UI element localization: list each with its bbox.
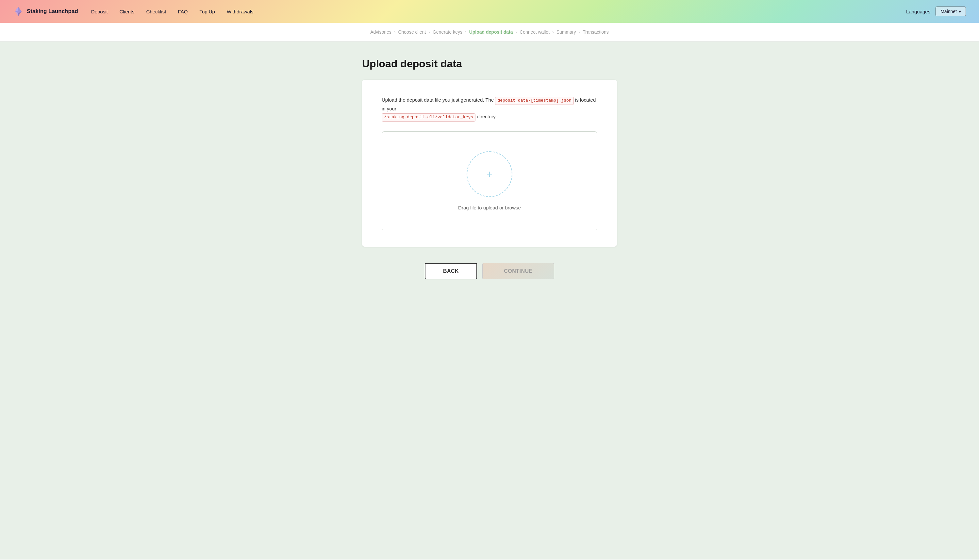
breadcrumb-sep-6: › [579, 29, 580, 35]
breadcrumb-sep-3: › [465, 29, 467, 35]
continue-button[interactable]: CONTINUE [482, 263, 554, 279]
button-row: BACK CONTINUE [425, 263, 554, 279]
breadcrumb-choose-client[interactable]: Choose client [398, 29, 426, 35]
main-content: Upload deposit data Upload the deposit d… [0, 42, 979, 559]
breadcrumb-transactions[interactable]: Transactions [583, 29, 609, 35]
back-button[interactable]: BACK [425, 263, 477, 279]
eth-logo-icon [13, 6, 23, 17]
upload-description: Upload the deposit data file you just ge… [382, 96, 597, 122]
dropzone-label: Drag file to upload or browse [458, 205, 521, 210]
header-right: Languages Mainnet ▾ [906, 7, 966, 16]
file-dropzone[interactable]: + Drag file to upload or browse [382, 131, 597, 230]
directory-badge: /staking-deposit-cli/validator_keys [382, 113, 475, 122]
breadcrumb-generate-keys[interactable]: Generate keys [433, 29, 462, 35]
plus-icon: + [487, 169, 493, 179]
breadcrumb: Advisories › Choose client › Generate ke… [0, 23, 979, 42]
breadcrumb-connect-wallet[interactable]: Connect wallet [520, 29, 550, 35]
upload-card: Upload the deposit data file you just ge… [362, 80, 617, 247]
breadcrumb-sep-2: › [429, 29, 430, 35]
nav-clients[interactable]: Clients [120, 9, 135, 14]
filename-badge: deposit_data-[timestamp].json [495, 97, 574, 105]
page-title: Upload deposit data [362, 58, 617, 70]
languages-button[interactable]: Languages [906, 9, 930, 14]
header: Staking Launchpad Deposit Clients Checkl… [0, 0, 979, 23]
logo-text: Staking Launchpad [27, 8, 78, 15]
main-nav: Deposit Clients Checklist FAQ Top Up Wit… [91, 9, 893, 14]
nav-withdrawals[interactable]: Withdrawals [227, 9, 254, 14]
nav-deposit[interactable]: Deposit [91, 9, 108, 14]
breadcrumb-sep-4: › [515, 29, 517, 35]
nav-faq[interactable]: FAQ [178, 9, 188, 14]
nav-topup[interactable]: Top Up [199, 9, 215, 14]
logo-area[interactable]: Staking Launchpad [13, 6, 78, 17]
breadcrumb-sep-1: › [394, 29, 396, 35]
dropzone-circle: + [467, 151, 512, 197]
nav-checklist[interactable]: Checklist [147, 9, 166, 14]
breadcrumb-advisories[interactable]: Advisories [370, 29, 392, 35]
description-before: Upload the deposit data file you just ge… [382, 97, 494, 103]
description-after: directory. [477, 114, 497, 119]
network-button[interactable]: Mainnet ▾ [936, 7, 966, 16]
breadcrumb-summary[interactable]: Summary [557, 29, 576, 35]
chevron-down-icon: ▾ [959, 9, 961, 14]
breadcrumb-sep-5: › [552, 29, 554, 35]
network-label: Mainnet [941, 9, 957, 14]
breadcrumb-upload-deposit[interactable]: Upload deposit data [469, 29, 513, 35]
